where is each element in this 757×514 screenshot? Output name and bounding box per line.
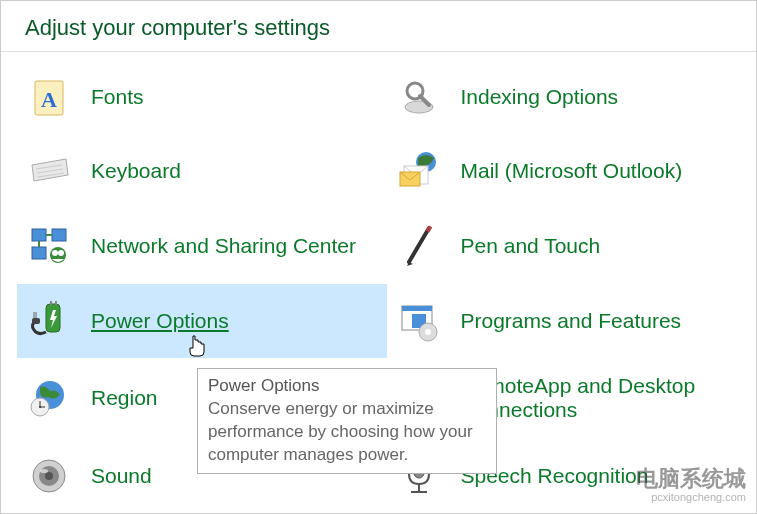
item-mail[interactable]: Mail (Microsoft Outlook)	[387, 134, 757, 208]
region-icon	[25, 377, 73, 419]
tooltip-body: Conserve energy or maximize performance …	[208, 398, 486, 467]
svg-line-20	[409, 228, 429, 262]
svg-marker-5	[32, 159, 68, 181]
svg-rect-27	[32, 318, 40, 324]
power-icon	[25, 300, 73, 342]
item-indexing-options[interactable]: Indexing Options	[387, 60, 757, 134]
tooltip: Power Options Conserve energy or maximiz…	[197, 368, 497, 474]
item-label: Mail (Microsoft Outlook)	[461, 159, 683, 183]
item-label: Pen and Touch	[461, 234, 601, 258]
item-label: Indexing Options	[461, 85, 619, 109]
fonts-icon: A	[25, 77, 73, 117]
item-label: Network and Sharing Center	[91, 234, 356, 258]
item-network-sharing[interactable]: Network and Sharing Center	[17, 208, 387, 284]
svg-rect-31	[402, 306, 432, 311]
tooltip-title: Power Options	[208, 375, 486, 398]
svg-rect-14	[32, 247, 46, 259]
sound-icon	[25, 455, 73, 497]
svg-rect-24	[50, 301, 52, 305]
programs-icon	[395, 300, 443, 342]
item-label: Programs and Features	[461, 309, 682, 333]
svg-point-46	[45, 472, 53, 480]
svg-rect-25	[55, 301, 57, 305]
item-label: Sound	[91, 464, 152, 488]
item-label: Region	[91, 386, 158, 410]
item-power-options[interactable]: Power Options	[17, 284, 387, 358]
svg-point-19	[58, 250, 64, 256]
network-icon	[25, 225, 73, 267]
item-label: Power Options	[91, 309, 229, 333]
svg-text:A: A	[41, 87, 57, 112]
item-programs-features[interactable]: Programs and Features	[387, 284, 757, 358]
item-label: Keyboard	[91, 159, 181, 183]
keyboard-icon	[25, 151, 73, 191]
item-keyboard[interactable]: Keyboard	[17, 134, 387, 208]
item-label: RemoteApp and Desktop Connections	[461, 374, 749, 422]
svg-point-34	[425, 329, 431, 335]
page-title: Adjust your computer's settings	[25, 15, 732, 41]
mail-icon	[395, 150, 443, 192]
svg-rect-13	[52, 229, 66, 241]
header: Adjust your computer's settings	[1, 1, 756, 52]
svg-rect-12	[32, 229, 46, 241]
item-pen-touch[interactable]: Pen and Touch	[387, 208, 757, 284]
pen-icon	[395, 224, 443, 268]
svg-point-47	[40, 469, 48, 473]
item-fonts[interactable]: A Fonts	[17, 60, 387, 134]
item-label: Fonts	[91, 85, 144, 109]
indexing-icon	[395, 77, 443, 117]
svg-point-18	[52, 250, 58, 256]
